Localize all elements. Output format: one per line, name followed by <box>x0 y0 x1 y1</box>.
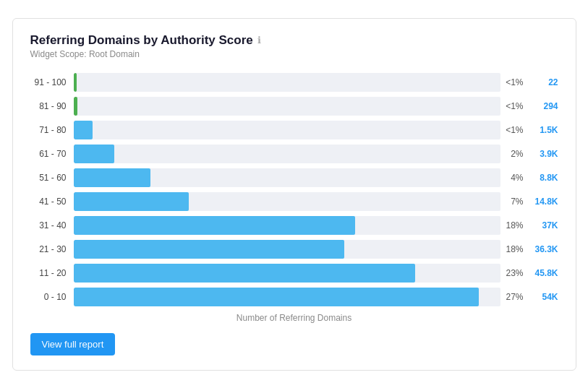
bar-label: 71 - 80 <box>30 125 74 135</box>
bar-count: 3.9K <box>527 149 558 159</box>
bar-count: 1.5K <box>527 125 558 135</box>
bar-row: 21 - 3018%36.3K <box>30 239 558 259</box>
bar-track <box>74 288 500 306</box>
bar-track <box>74 264 500 283</box>
bar-pct: 18% <box>500 220 527 230</box>
bar-label: 31 - 40 <box>30 220 74 230</box>
bar-track <box>74 216 500 235</box>
bar-label: 41 - 50 <box>30 197 74 207</box>
bar-pct: 7% <box>500 197 527 207</box>
bar-track <box>74 121 500 139</box>
bar-pct: 23% <box>500 268 527 278</box>
bar-row: 0 - 1027%54K <box>30 287 558 307</box>
bar-row: 51 - 604%8.8K <box>30 168 558 188</box>
bar-label: 11 - 20 <box>30 268 74 278</box>
bar-count: 54K <box>527 292 558 302</box>
bar-row: 71 - 80<1%1.5K <box>30 120 558 140</box>
view-full-report-button[interactable]: View full report <box>30 333 116 355</box>
bar-label: 21 - 30 <box>30 244 74 254</box>
card: Referring Domains by Authority Score ℹ W… <box>12 18 576 371</box>
bar-track <box>74 97 500 116</box>
bar-pct: 2% <box>500 149 527 159</box>
bar-track <box>74 145 500 163</box>
bar-fill <box>74 288 480 306</box>
info-icon[interactable]: ℹ <box>257 35 261 46</box>
bar-count: 14.8K <box>527 197 558 207</box>
bar-row: 31 - 4018%37K <box>30 215 558 236</box>
bar-label: 81 - 90 <box>30 101 74 111</box>
bar-fill <box>74 240 345 259</box>
bar-fill <box>74 121 93 139</box>
bar-row: 91 - 100<1%22 <box>30 72 558 92</box>
bar-count: 45.8K <box>527 268 558 278</box>
bar-pct: <1% <box>500 125 527 135</box>
bar-fill <box>74 168 150 187</box>
bar-fill <box>74 192 189 211</box>
bar-track <box>74 240 500 259</box>
bar-track <box>74 192 500 211</box>
bar-label: 0 - 10 <box>30 292 74 302</box>
x-axis-label: Number of Referring Domains <box>30 313 558 323</box>
bar-row: 41 - 507%14.8K <box>30 191 558 212</box>
bar-pct: <1% <box>500 77 527 87</box>
chart-subtitle: Widget Scope: Root Domain <box>30 49 558 59</box>
bar-pct: <1% <box>500 101 527 111</box>
bar-count: 36.3K <box>527 244 558 254</box>
bar-track <box>74 168 500 187</box>
bar-row: 11 - 2023%45.8K <box>30 263 558 283</box>
bar-track <box>74 73 500 92</box>
chart-area: 91 - 100<1%2281 - 90<1%29471 - 80<1%1.5K… <box>30 72 558 307</box>
bar-fill <box>74 97 78 116</box>
bar-fill <box>74 145 114 163</box>
bar-row: 61 - 702%3.9K <box>30 144 558 164</box>
bar-label: 91 - 100 <box>30 77 74 87</box>
chart-title: Referring Domains by Authority Score <box>30 33 253 48</box>
bar-count: 8.8K <box>527 173 558 183</box>
bar-pct: 18% <box>500 244 527 254</box>
bar-fill <box>74 73 77 92</box>
bar-label: 51 - 60 <box>30 173 74 183</box>
bar-pct: 4% <box>500 173 527 183</box>
bar-label: 61 - 70 <box>30 149 74 159</box>
bar-fill <box>74 264 415 283</box>
bar-pct: 27% <box>500 292 527 302</box>
title-row: Referring Domains by Authority Score ℹ <box>30 33 558 48</box>
bar-row: 81 - 90<1%294 <box>30 96 558 116</box>
bar-count: 294 <box>527 101 558 111</box>
bar-fill <box>74 216 355 235</box>
bar-count: 37K <box>527 220 558 230</box>
bar-count: 22 <box>527 77 558 87</box>
